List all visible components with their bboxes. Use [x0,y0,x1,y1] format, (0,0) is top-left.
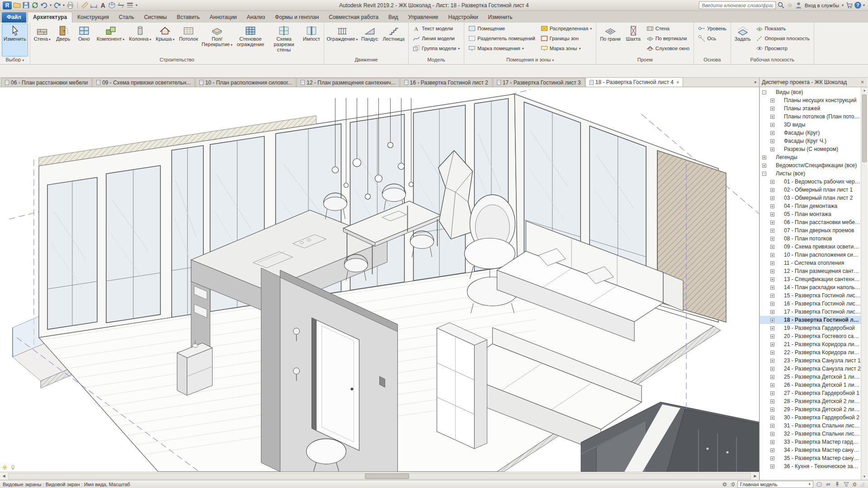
expand-icon[interactable]: + [770,253,774,257]
expand-icon[interactable]: + [770,204,774,208]
tree-item[interactable]: + 06 - План расстановки мебели [760,218,861,226]
expand-icon[interactable]: + [770,180,774,184]
ribbon-button[interactable]: Помещение▾ [466,23,538,33]
expand-icon[interactable]: + [770,221,774,225]
ribbon-button[interactable]: Лестница▾ [381,23,406,56]
ribbon-tab[interactable]: Вставить [172,12,205,23]
favorites-star-icon[interactable]: ☆ [787,2,793,9]
tree-item[interactable]: + 03 - Обмерный план лист 2 [760,194,861,202]
scrollbar-thumb[interactable] [862,94,867,162]
vertical-scrollbar[interactable]: ▲ ▼ [861,87,868,480]
measure-icon[interactable] [81,1,89,9]
expand-icon[interactable]: + [770,188,774,192]
tree-item[interactable]: + 10 - План расположения силово... [760,251,861,259]
close-panel-icon[interactable]: × [859,79,865,85]
expand-icon[interactable]: + [770,318,774,322]
ribbon-button[interactable]: Разделитель помещений▾ [466,33,538,43]
expand-icon[interactable]: + [770,245,774,249]
expand-icon[interactable]: + [770,99,774,103]
ribbon-button[interactable]: Колонна▾ [127,23,153,56]
tree-item[interactable]: + 36 - Кухня - Техническое задани... [760,462,861,470]
print-icon[interactable] [66,1,74,9]
tree-item[interactable]: + 29 - Развертка Детской 2 лист 2 [760,405,861,413]
tree-item[interactable]: + 22 - Развертка Коридора лист 2 [760,348,861,357]
scroll-up-icon[interactable]: ▲ [861,87,868,94]
ribbon-button[interactable]: По вертикали [644,33,692,43]
ribbon-button[interactable]: Ограждение▾ [326,23,359,56]
filter-icon[interactable] [843,481,849,488]
document-tab[interactable]: 06 - План расстановки мебели × [1,78,92,87]
ribbon-button[interactable]: Компонент▾ [95,23,126,56]
section-icon[interactable] [117,1,125,9]
scrollbar-thumb[interactable] [365,474,409,479]
tree-item[interactable]: + 16 - Развертка Гостиной лист 2 [760,300,861,308]
ribbon-tab[interactable]: Системы [139,12,172,23]
ribbon-button[interactable]: Стена [644,23,692,33]
expand-icon[interactable]: + [770,123,774,127]
ribbon-button[interactable]: Импост▾ [301,23,322,56]
redo-icon[interactable] [53,1,61,9]
tree-item[interactable]: + 11 - Система отопления [760,259,861,267]
redo-dropdown-icon[interactable]: ▾ [63,3,65,7]
tab-list-chevron-icon[interactable]: ▾ [754,80,756,84]
scroll-right-icon[interactable]: ▶ [751,474,759,478]
tree-item[interactable]: + 27 - Развертка Гардеробной 1 [760,389,861,397]
expand-icon[interactable]: + [770,310,774,314]
tree-item[interactable]: + 3D виды [760,121,861,129]
ribbon-tab[interactable]: Изменить [483,12,517,23]
expand-icon[interactable]: - [762,90,766,94]
document-tab[interactable]: 16 - Развертка Гостиной лист 2 × [400,78,492,87]
ribbon-tab[interactable]: Формы и генплан [270,12,324,23]
help-dropdown-icon[interactable]: ▾ [863,3,865,7]
expand-icon[interactable]: + [770,294,774,298]
ribbon-button[interactable]: По грани [598,23,623,56]
expand-icon[interactable]: + [770,212,774,216]
scrollbar-track[interactable] [8,473,751,479]
tree-item[interactable]: + 30 - Развертка Гардеробной 2 [760,413,861,422]
tree-item[interactable]: + 12 - План размещения сантехни... [760,267,861,275]
project-browser-header[interactable]: Диспетчер проекта - ЖК Шоколад × [760,78,868,87]
ribbon-button[interactable]: Схема разрезки стены▾ [268,23,300,56]
design-options-select[interactable]: Главная модель▾ [737,481,813,488]
ribbon-tab[interactable]: Анализ [242,12,270,23]
tree-item[interactable]: + 23 - Развертка Санузла лист 1 [760,357,861,365]
tree-item[interactable]: + 17 - Развертка Гостиной лист 3 [760,308,861,316]
expand-icon[interactable]: + [770,261,774,265]
default-3d-view-icon[interactable] [108,1,116,9]
expand-icon[interactable]: + [770,147,774,151]
qat-customize-icon[interactable]: ▾ [136,3,137,7]
tree-item[interactable]: + 14 - План раскладки напольных ... [760,283,861,291]
expand-icon[interactable]: + [770,269,774,273]
expand-icon[interactable]: + [762,155,766,160]
expand-icon[interactable]: + [770,351,774,355]
ribbon-button[interactable]: Окно▾ [74,23,94,56]
tree-item[interactable]: + 09 - Схема привязки осветителе... [760,243,861,251]
app-store-icon[interactable] [845,1,853,9]
expand-icon[interactable]: + [770,456,774,460]
sun-path-icon[interactable] [1,464,8,471]
expand-icon[interactable]: + [770,440,774,444]
ribbon-tab[interactable]: Конструкция [72,12,114,23]
ribbon-button[interactable]: Задать [733,23,753,56]
tree-item[interactable]: + 25 - Развертка Детской 1 лист 1 [760,373,861,381]
search-icon[interactable] [777,1,785,9]
resize-grip[interactable] [859,481,865,488]
ribbon-button[interactable]: Линия модели▾ [410,33,462,43]
ribbon-tab[interactable]: Архитектура [28,12,72,23]
tree-item[interactable]: - Виды (все) [760,88,861,96]
expand-icon[interactable]: + [770,399,774,404]
undo-dropdown-icon[interactable]: ▾ [50,3,52,7]
tree-item[interactable]: + 01 - Ведомость рабочих чертеж... [760,178,861,186]
horizontal-scrollbar[interactable]: ◀ ▶ [0,472,759,480]
ribbon-button[interactable]: Уровень [696,23,728,33]
ribbon-button[interactable]: Шахта [623,23,643,56]
expand-icon[interactable]: + [770,115,774,119]
ribbon-button[interactable]: Просмотр [754,43,812,53]
ribbon-button[interactable]: Ось [696,33,728,43]
ribbon-button[interactable]: Потолок▾ [177,23,200,56]
expand-icon[interactable]: + [770,286,774,290]
ribbon-button[interactable]: Показать [754,23,812,33]
expand-icon[interactable]: - [762,172,766,176]
ribbon-tab[interactable]: Аннотации [205,12,242,23]
tree-item[interactable]: + 28 - Развертка Детской 2 лист 1 [760,397,861,405]
